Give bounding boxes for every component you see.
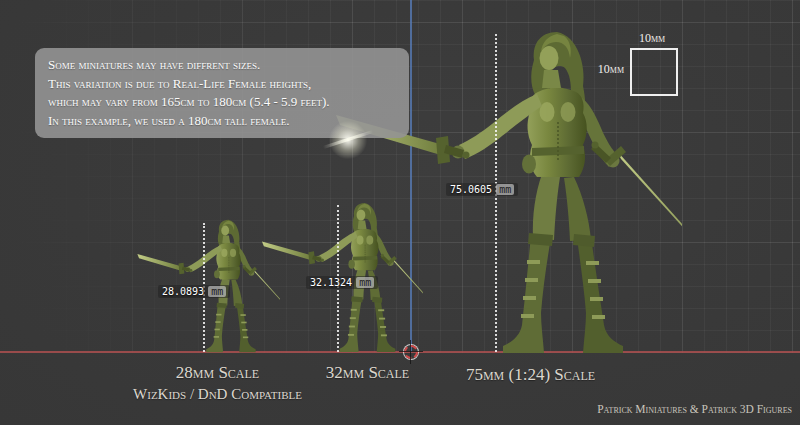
scale-label-75mm: 75mm (1:24) Scale	[448, 365, 613, 385]
measure-label-75mm[interactable]: 75.0605 mm	[446, 183, 518, 196]
info-box-line: which may vary from 165cm to 180cm (5.4 …	[48, 93, 396, 112]
measure-label-32mm[interactable]: 32.1324 mm	[306, 276, 378, 289]
scale-sublabel-28mm: WizKids / DnD Compatible	[100, 386, 335, 403]
measure-unit: mm	[356, 277, 374, 288]
measure-label-28mm[interactable]: 28.0893 mm	[158, 285, 230, 298]
3d-viewport[interactable]: 28.0893 mm 32.1324 mm 75.0605 mm Some mi…	[0, 0, 800, 425]
info-box-line: Some miniatures may have diffrent sizes.	[48, 56, 396, 75]
measure-value: 75.0605	[450, 184, 492, 195]
measure-value: 32.1324	[310, 277, 352, 288]
measure-value: 28.0893	[162, 286, 204, 297]
info-box-line: In this example, we used a 180cm tall fe…	[48, 112, 396, 131]
scale-label-28mm: 28mm Scale	[130, 363, 305, 383]
scale-label-32mm: 32mm Scale	[295, 363, 440, 383]
measure-unit: mm	[496, 184, 514, 195]
info-box-line: This variation is due to Real-Life Femal…	[48, 75, 396, 94]
credit-text: Patrick Miniatures & Patrick 3D Figures	[597, 403, 792, 415]
info-box: Some miniatures may have diffrent sizes.…	[35, 48, 409, 138]
measure-unit: mm	[208, 286, 226, 297]
